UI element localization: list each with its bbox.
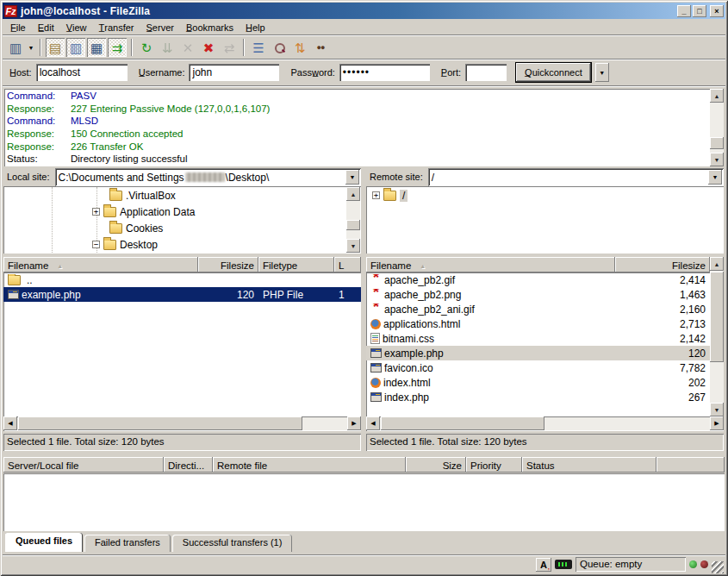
cancel-operation-button[interactable]: ✕: [178, 38, 197, 57]
log-entry-type: Command:: [7, 116, 71, 126]
file-row-example-php[interactable]: example.php120: [366, 346, 710, 360]
menu-bookmarks[interactable]: B̲ookmarks: [180, 20, 240, 35]
file-row-parent-dir[interactable]: ..: [3, 272, 361, 287]
scroll-right-icon[interactable]: ▶: [347, 416, 361, 430]
queue-col-size[interactable]: Size: [406, 457, 466, 473]
menu-file[interactable]: F̲ile: [4, 20, 32, 35]
collapse-minus-icon[interactable]: −: [92, 241, 100, 248]
scroll-down-icon[interactable]: ▼: [710, 153, 724, 166]
scroll-right-icon[interactable]: ▶: [710, 416, 724, 430]
file-row[interactable]: index.html202: [366, 375, 710, 390]
local-tree-scrollbar[interactable]: ▲ ▼: [346, 187, 360, 253]
quickconnect-button[interactable]: Q̲uickconnect: [516, 63, 591, 82]
queue-col-direction[interactable]: Directi...: [164, 457, 213, 473]
site-manager-dropdown[interactable]: ▼: [26, 38, 36, 57]
tree-item-root[interactable]: +/: [367, 187, 723, 203]
maximize-button[interactable]: □: [693, 5, 706, 17]
toggle-remote-tree-button[interactable]: ▦: [87, 38, 106, 57]
tree-item-desktop[interactable]: −Desktop: [4, 236, 346, 253]
minimize-button[interactable]: _: [677, 5, 691, 17]
column-header-filesize[interactable]: Filesize: [198, 257, 258, 272]
menu-view[interactable]: V̲iew: [60, 20, 93, 35]
filters-button[interactable]: ☰: [249, 38, 268, 57]
queue-col-server-local[interactable]: Server/Local file: [3, 457, 164, 473]
file-row[interactable]: favicon.ico7,782: [366, 360, 710, 375]
file-row[interactable]: *apache_pb2.png1,463: [366, 287, 710, 302]
local-site-combo[interactable]: C:\Documents and Settings\Desktop\ ▼: [55, 168, 361, 186]
remote-list-scrollbar[interactable]: ▲ ▼: [710, 257, 724, 416]
username-input[interactable]: john: [189, 64, 279, 81]
queue-status-text: Queue: empty: [576, 557, 686, 572]
file-row-example-php[interactable]: example.php 120 PHP File 1: [3, 287, 361, 302]
file-row[interactable]: applications.html2,713: [366, 316, 710, 331]
file-row[interactable]: *apache_pb2.gif2,414: [366, 272, 710, 287]
speed-limits-icon[interactable]: [555, 560, 572, 569]
toggle-log-button[interactable]: ▤: [46, 38, 65, 57]
remote-hscrollbar[interactable]: ◀ ▶: [366, 416, 724, 431]
queue-col-remote-file[interactable]: Remote file: [213, 457, 406, 473]
toggle-queue-button[interactable]: ⇉: [108, 38, 127, 57]
remote-tree[interactable]: +/: [366, 186, 724, 254]
scrollbar-thumb[interactable]: [18, 416, 302, 430]
host-input[interactable]: localhost: [36, 64, 128, 81]
find-files-button[interactable]: ●●: [311, 38, 330, 57]
tree-item-cookies[interactable]: Cookies: [4, 220, 346, 236]
menu-edit[interactable]: E̲dit: [32, 20, 60, 35]
scroll-left-icon[interactable]: ◀: [3, 416, 17, 430]
chevron-down-icon[interactable]: ▼: [708, 170, 722, 185]
toggle-queue-icon: ⇉: [112, 41, 123, 54]
disconnect-button[interactable]: ✖: [199, 38, 218, 57]
reconnect-button[interactable]: ⇄: [220, 38, 239, 57]
column-header-filesize[interactable]: Filesize: [615, 257, 710, 272]
directory-comparison-button[interactable]: [270, 38, 289, 57]
chevron-down-icon[interactable]: ▼: [345, 170, 359, 185]
expand-plus-icon[interactable]: +: [372, 191, 380, 199]
scroll-down-icon[interactable]: ▼: [346, 239, 360, 253]
column-header-filename[interactable]: Filename▲: [3, 257, 198, 272]
password-input[interactable]: ••••••: [339, 64, 430, 81]
scroll-down-icon[interactable]: ▼: [710, 403, 724, 416]
tab-successful-transfers[interactable]: Successful transfers (1): [172, 535, 293, 552]
resize-grip[interactable]: [712, 561, 724, 573]
queue-col-status[interactable]: Status: [522, 457, 656, 473]
menu-server[interactable]: S̲erver: [140, 20, 180, 35]
scroll-up-icon[interactable]: ▲: [710, 89, 724, 103]
menu-help[interactable]: H̲elp: [240, 20, 271, 35]
queue-col-priority[interactable]: Priority: [466, 457, 522, 473]
tree-item-application-data[interactable]: +Application Data: [4, 203, 346, 220]
local-tree[interactable]: .VirtualBox +Application Data Cookies −D…: [3, 186, 361, 254]
column-header-filetype[interactable]: Filetype: [258, 257, 334, 272]
local-hscrollbar[interactable]: ◀ ▶: [3, 416, 361, 431]
remote-file-list[interactable]: *apache_pb2.gif2,414 *apache_pb2.png1,46…: [366, 272, 710, 416]
toggle-local-tree-button[interactable]: ▥: [66, 38, 85, 57]
quickconnect-dropdown[interactable]: ▼: [595, 63, 609, 82]
title-bar[interactable]: Fz john@localhost - FileZilla _ □ ×: [3, 3, 725, 19]
log-scrollbar[interactable]: ▲ ▼: [710, 89, 724, 166]
local-file-list[interactable]: .. example.php 120 PHP File 1: [3, 272, 361, 416]
scrollbar-thumb[interactable]: [381, 416, 544, 430]
column-header-lastmodified[interactable]: L: [334, 257, 361, 272]
queue-list[interactable]: [3, 473, 725, 531]
file-row[interactable]: bitnami.css2,142: [366, 331, 710, 346]
scroll-up-icon[interactable]: ▲: [710, 257, 724, 271]
tab-queued-files[interactable]: Queued files: [5, 533, 83, 552]
scroll-up-icon[interactable]: ▲: [346, 187, 360, 201]
menu-transfer[interactable]: T̲ransfer: [93, 20, 140, 35]
process-queue-button[interactable]: ⇊: [158, 38, 177, 57]
site-manager-button[interactable]: ▥: [6, 38, 25, 57]
scroll-left-icon[interactable]: ◀: [366, 416, 380, 430]
tab-failed-transfers[interactable]: Failed transfers: [84, 535, 171, 552]
column-header-filename[interactable]: Filename▲: [366, 257, 615, 272]
port-input[interactable]: [465, 64, 507, 81]
scrollbar-thumb[interactable]: [710, 137, 724, 149]
remote-site-combo[interactable]: / ▼: [428, 168, 724, 186]
expand-plus-icon[interactable]: +: [92, 208, 100, 216]
file-row[interactable]: index.php267: [366, 390, 710, 404]
close-button[interactable]: ×: [710, 5, 724, 17]
scrollbar-thumb[interactable]: [710, 272, 724, 362]
refresh-button[interactable]: ↻: [137, 38, 156, 57]
sync-browsing-button[interactable]: ⇅: [290, 38, 309, 57]
scrollbar-thumb[interactable]: [346, 220, 360, 230]
file-row[interactable]: *apache_pb2_ani.gif2,160: [366, 302, 710, 316]
tree-item-virtualbox[interactable]: .VirtualBox: [4, 187, 346, 203]
